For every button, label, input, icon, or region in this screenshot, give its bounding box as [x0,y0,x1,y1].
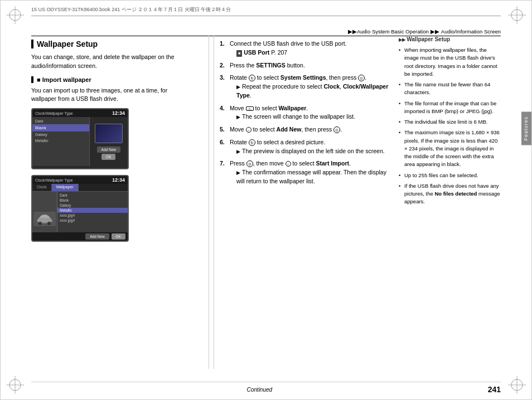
breadcrumb-part2: Audio/Information Screen [441,28,501,35]
svg-point-16 [47,222,51,225]
screen-mockup-2: Clock/Wallpaper Type 12:34 Clock Wallpap… [31,175,129,242]
left-column: Wallpaper Setup You can change, store, a… [31,35,204,369]
screen1-item-galaxy: Galaxy [32,131,89,138]
step-3: 3. Rotate ↻ to select System Settings, t… [220,74,392,100]
screen1-item-metallic: Metallic [32,138,89,144]
usb-port-icon: ■ [236,50,242,57]
notes-list: When importing wallpaper files, the imag… [399,46,501,206]
step-3-num: 3. [220,74,230,82]
arrow-icon-7: ▶ [236,170,240,175]
notes-title: Wallpaper Setup [399,35,501,43]
screen1-title: Clock/Wallpaper Type [35,111,73,115]
notes-item-5: The maximum image size is 1,680 × 936 pi… [399,129,501,168]
arrow-icon-6: ▶ [236,149,240,154]
meta-file-info: 15 US ODYSSEY-31TK86400.book 241 ページ ２０１… [31,6,231,13]
step-7-num: 7. [220,159,230,168]
step-6-num: 6. [220,138,230,147]
screen-mockup-1: Clock/Wallpaper Type 12:34 Dark Blank Ga… [31,108,129,169]
step-7-sub: ▶The confirmation message will appear. T… [236,168,392,186]
step-5: 5. Move ○ to select Add New, then press … [220,125,392,134]
notes-item-4: The individual file size limit is 6 MB. [399,118,501,126]
step-2-content: Press the SETTINGS button. [230,61,392,70]
step-2: 2. Press the SETTINGS button. [220,61,392,70]
car-image-icon [33,212,56,226]
corner-bl-decoration [5,375,25,395]
step-1: 1. Connect the USB flash drive to the US… [220,40,392,57]
notes-item-7: If the USB flash drive does not have any… [399,182,501,206]
features-tab: Features [521,112,531,145]
screen2-tab-clock: Clock [32,184,52,191]
press-icon-7: ⊙ [246,160,253,167]
screen2-item-jpg2: xxxx.jpg4 [57,218,128,223]
step-1-num: 1. [220,40,230,48]
screen2-ok-btn[interactable]: OK [112,233,125,240]
screen1-ok-btn[interactable]: OK [101,154,115,160]
screen2-item-metallic: Metallic [57,208,128,213]
svg-point-15 [38,222,42,225]
move-icon-4: ○▷ [246,106,254,111]
sub-intro-text: You can import up to three images, one a… [31,86,193,104]
step-6-sub: ▶The preview is displayed on the left si… [236,147,392,156]
step-5-num: 5. [220,125,230,134]
intro-text: You can change, store, and delete the wa… [31,53,193,71]
corner-tl-decoration [5,5,25,25]
screen1-time: 12:34 [112,110,125,116]
corner-br-decoration [507,375,527,395]
screen2-item-blank: Blank [57,198,128,203]
arrow-icon-3: ▶ [236,84,240,90]
screen2-item-jpg1: xxxx.jpg4 [57,213,128,218]
screen1-header: Clock/Wallpaper Type 12:34 [32,109,128,117]
continued-text: Continued [247,387,273,393]
notes-item-6: Up to 255 files can be selected. [399,172,501,179]
screen1-item-dark: Dark [32,118,89,124]
move-icon-5: ○ [246,127,252,133]
breadcrumb-sep: ▶▶ [431,28,439,35]
top-meta-bar: 15 US ODYSSEY-31TK86400.book 241 ページ ２０１… [31,6,501,16]
step-7: 7. Press ⊙, then move ○ to select Start … [220,159,392,186]
step-4-sub: ▶The screen will change to the wallpaper… [236,113,392,121]
press-icon: ⊙ [358,75,365,81]
step-1-sub: ■ USB Port P. 207 [236,48,392,57]
section-title: Wallpaper Setup [31,40,193,48]
screen2-item-galaxy: Galaxy [57,203,128,208]
screen2-item-dark: Dark [57,193,128,198]
step-5-content: Move ○ to select Add New, then press ⊙. [230,125,392,134]
screen1-item-blank: Blank [32,124,89,131]
screen1-right: Add New OK [90,117,128,166]
bottom-bar: Continued 241 [31,382,501,394]
svg-rect-14 [38,218,51,222]
breadcrumb-part1: ▶▶Audio System Basic Operation [348,28,429,35]
screen2-tab-wallpaper: Wallpaper [52,184,79,191]
step-3-sub: ▶Repeat the procedure to select Clock, C… [236,82,392,100]
corner-tr-decoration [507,5,527,25]
arrow-icon-4: ▶ [236,114,240,120]
step-4-num: 4. [220,104,230,113]
column-divider [209,35,209,369]
notes-item-1: When importing wallpaper files, the imag… [399,46,501,78]
press-icon-5: ⊙ [333,126,340,133]
screen2-time: 12:34 [112,177,125,183]
step-4: 4. Move ○▷ to select Wallpaper. ▶The scr… [220,104,392,122]
subsection-title: ■ Import wallpaper [31,76,193,83]
step-2-num: 2. [220,61,230,70]
page-number: 241 [488,385,501,394]
screen1-add-new-btn[interactable]: Add New [97,147,120,153]
screen2-add-new-btn[interactable]: Add New [85,233,109,240]
notes-item-3: The file format of the image that can be… [399,100,501,116]
steps-column: 1. Connect the USB flash drive to the US… [214,35,392,369]
notes-column: Wallpaper Setup When importing wallpaper… [392,35,501,369]
notes-item-2: The file name must be fewer than 64 char… [399,81,501,97]
screen2-tabs: Clock Wallpaper [32,184,128,192]
screen2-title: Clock/Wallpaper Type [35,178,73,182]
screen1-body: Dark Blank Galaxy Metallic Add New OK [32,117,128,166]
step-6: 6. Rotate ↻ to select a desired picture.… [220,138,392,156]
step-1-content: Connect the USB flash drive to the USB p… [230,40,392,57]
screen2-bottom-bar: Add New OK [32,232,128,241]
steps-list: 1. Connect the USB flash drive to the US… [220,40,392,186]
step-3-content: Rotate ↻ to select System Settings, then… [230,74,392,100]
main-content: Wallpaper Setup You can change, store, a… [31,35,501,369]
features-label: Features [523,116,529,141]
screen1-list: Dark Blank Galaxy Metallic [32,117,90,166]
step-4-content: Move ○▷ to select Wallpaper. ▶The screen… [230,104,392,122]
screen2-header: Clock/Wallpaper Type 12:34 [32,176,128,184]
